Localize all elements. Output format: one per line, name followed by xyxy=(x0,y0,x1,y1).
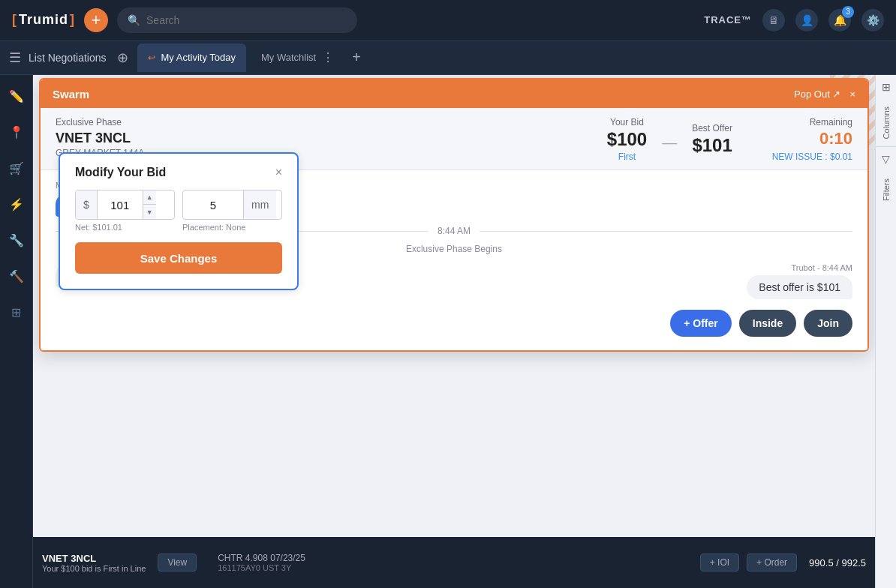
notification-badge: 3 xyxy=(842,6,854,18)
order-button[interactable]: + Order xyxy=(747,554,797,572)
sidebar-icon-edit[interactable]: ✏️ xyxy=(6,86,27,106)
swarm-modal: Swarm Pop Out ↗ × Exclusive Phase VNET 3… xyxy=(39,78,869,352)
price-spinner: ▲ ▼ xyxy=(143,190,156,219)
offer-button[interactable]: + Offer xyxy=(670,310,732,337)
modify-inputs: $ ▲ ▼ mm xyxy=(75,190,282,220)
filter-icon[interactable]: ▽ xyxy=(882,147,890,171)
price-input-group: $ ▲ ▼ xyxy=(75,190,175,220)
add-tab-button[interactable]: + xyxy=(344,49,368,66)
center-panel: Swarm Pop Out ↗ × Exclusive Phase VNET 3… xyxy=(33,75,875,588)
bottom-table-sub: 161175AY0 UST 3Y xyxy=(218,563,679,572)
size-suffix: mm xyxy=(243,190,276,219)
modify-title: Modify Your Bid xyxy=(75,166,166,179)
logo-bracket-left: [ xyxy=(12,12,17,28)
right-sidebar: ⊞ Columns ▽ Filters xyxy=(875,75,896,588)
sidebar-icon-location[interactable]: 📍 xyxy=(6,122,27,142)
phase-label: Exclusive Phase xyxy=(56,117,577,128)
price-prefix: $ xyxy=(76,190,98,219)
join-button[interactable]: Join xyxy=(804,310,852,337)
main-content: ✏️ 📍 🛒 ⚡ 🔧 🔨 ⊞ Swarm Pop Out ↗ × xyxy=(0,75,896,588)
swarm-header: Swarm Pop Out ↗ × xyxy=(41,80,867,108)
app-logo: [ Trumid ] xyxy=(12,12,75,28)
modify-header: Modify Your Bid × xyxy=(75,166,282,179)
view-button[interactable]: View xyxy=(158,554,197,572)
tab-my-activity[interactable]: ↩ My Activity Today xyxy=(137,44,246,72)
bottom-table-name: CHTR 4.908 07/23/25 xyxy=(218,553,679,563)
bottom-bond-status: Your $100 bid is First in Line xyxy=(42,564,146,573)
list-negotiations-title: List Negotiations xyxy=(29,52,113,64)
price-input[interactable] xyxy=(98,199,143,212)
action-buttons: + Offer Inside Join xyxy=(670,310,852,337)
best-offer-label: Best Offer xyxy=(692,123,732,134)
modify-sub-labels: Net: $101.01 Placement: None xyxy=(75,223,282,232)
bid-sub: First xyxy=(607,152,647,162)
bottom-bond-name: VNET 3NCL xyxy=(42,553,146,564)
modify-close-button[interactable]: × xyxy=(275,166,282,179)
bottom-price: 990.5 / 992.5 xyxy=(809,557,866,568)
modify-bid-panel: Modify Your Bid × $ ▲ ▼ xyxy=(59,152,299,290)
bid-offer-dash: — xyxy=(662,134,677,152)
bottom-bar: VNET 3NCL Your $100 bid is First in Line… xyxy=(33,537,875,588)
new-issue-label: NEW ISSUE : $0.01 xyxy=(762,152,852,162)
price-up-button[interactable]: ▲ xyxy=(143,190,156,205)
columns-label[interactable]: Columns xyxy=(882,99,891,146)
your-bid-label: Your Bid xyxy=(607,117,647,128)
add-list-button[interactable]: ⊕ xyxy=(113,50,133,66)
user-button[interactable]: 👤 xyxy=(795,9,818,32)
sidebar-icon-wrench[interactable]: 🔧 xyxy=(6,230,27,250)
trubot-time: Trubot - 8:44 AM xyxy=(747,263,852,272)
sidebar-icon-cart[interactable]: 🛒 xyxy=(6,158,27,178)
search-icon: 🔍 xyxy=(128,14,140,26)
best-offer-value: $101 xyxy=(692,135,732,156)
sidebar-icon-lightning[interactable]: ⚡ xyxy=(6,194,27,214)
sidebar-icon-grid[interactable]: ⊞ xyxy=(6,302,27,322)
inside-button[interactable]: Inside xyxy=(739,310,796,337)
bottom-actions: + IOI + Order xyxy=(700,554,797,572)
your-bid-col: Your Bid $100 First xyxy=(607,117,647,162)
size-input[interactable] xyxy=(183,199,243,212)
tab-watchlist-menu-icon[interactable]: ⋮ xyxy=(322,50,334,64)
popout-button[interactable]: Pop Out ↗ xyxy=(794,88,840,100)
msg-trubot: Trubot - 8:44 AM Best offer is $101 xyxy=(747,263,852,299)
hamburger-button[interactable]: ☰ xyxy=(9,50,29,66)
search-input[interactable] xyxy=(146,14,347,26)
divider-time: 8:44 AM xyxy=(437,226,471,236)
tab-watchlist[interactable]: My Watchlist ⋮ xyxy=(251,44,344,72)
bottom-bond-info: VNET 3NCL Your $100 bid is First in Line xyxy=(42,553,146,573)
columns-icon[interactable]: ⊞ xyxy=(882,75,891,99)
bond-name: VNET 3NCL xyxy=(56,130,577,146)
sidebar-icon-hammer[interactable]: 🔨 xyxy=(6,266,27,286)
save-changes-button[interactable]: Save Changes xyxy=(75,242,282,274)
search-bar: 🔍 xyxy=(117,8,357,33)
bid-offer-info: Your Bid $100 First — Best Offer $101 xyxy=(607,117,732,162)
monitor-button[interactable]: 🖥 xyxy=(762,9,785,32)
chat-area: Me - 8:44 AM $100 bid for 5mm 8:44 AM Ex… xyxy=(41,170,867,350)
bottom-table-info: CHTR 4.908 07/23/25 161175AY0 UST 3Y xyxy=(209,553,688,572)
size-input-group: mm xyxy=(182,190,282,220)
remaining-info: Remaining 0:10 NEW ISSUE : $0.01 xyxy=(762,117,852,162)
remaining-value: 0:10 xyxy=(762,129,852,148)
remaining-label: Remaining xyxy=(762,117,852,128)
tab-bar: ☰ List Negotiations ⊕ ↩ My Activity Toda… xyxy=(0,40,896,75)
best-offer-col: Best Offer $101 xyxy=(692,123,732,156)
notifications-button[interactable]: 🔔 3 xyxy=(828,9,851,32)
left-sidebar: ✏️ 📍 🛒 ⚡ 🔧 🔨 ⊞ xyxy=(0,75,33,588)
ioi-button[interactable]: + IOI xyxy=(700,554,739,572)
price-down-button[interactable]: ▼ xyxy=(143,205,156,219)
swarm-header-actions: Pop Out ↗ × xyxy=(794,88,855,100)
logo-bracket-right: ] xyxy=(70,12,75,28)
swarm-close-button[interactable]: × xyxy=(849,88,855,100)
placement-label: Placement: None xyxy=(182,223,282,232)
trubot-bubble: Best offer is $101 xyxy=(747,275,852,299)
trace-label: TRACE™ xyxy=(704,14,752,26)
filters-label[interactable]: Filters xyxy=(882,171,891,208)
nav-right-actions: TRACE™ 🖥 👤 🔔 3 ⚙️ xyxy=(704,9,884,32)
add-button[interactable]: + xyxy=(84,8,108,32)
top-navigation: [ Trumid ] + 🔍 TRACE™ 🖥 👤 🔔 3 ⚙️ xyxy=(0,0,896,40)
your-bid-value: $100 xyxy=(607,129,647,150)
settings-button[interactable]: ⚙️ xyxy=(861,9,884,32)
logo-name: Trumid xyxy=(19,12,68,28)
net-label: Net: $101.01 xyxy=(75,223,175,232)
tab-watchlist-label: My Watchlist xyxy=(261,52,316,63)
tab-activity-label: My Activity Today xyxy=(161,52,236,63)
